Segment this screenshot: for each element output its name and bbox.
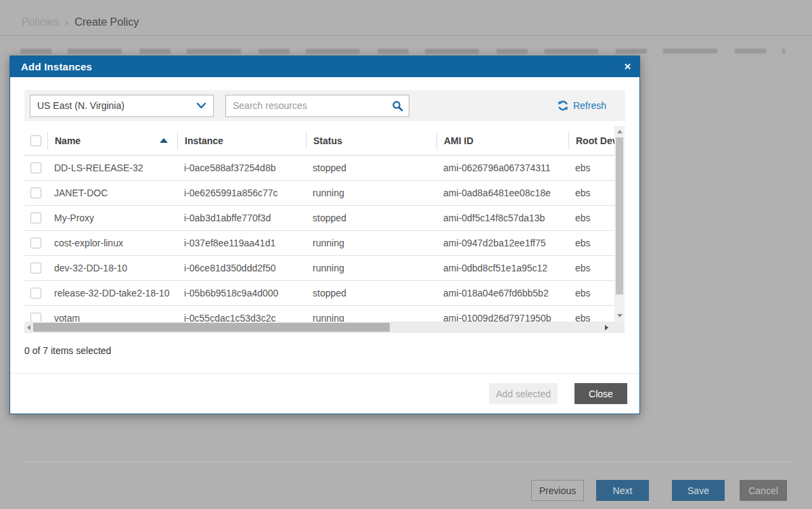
modal-body: US East (N. Virginia) Re	[10, 77, 639, 356]
scroll-right-icon[interactable]	[605, 325, 608, 330]
next-button[interactable]: Next	[596, 480, 649, 501]
search-input[interactable]	[233, 100, 392, 111]
table-row[interactable]: dev-32-DD-18-10 i-06ce81d350ddd2f50 runn…	[24, 256, 614, 281]
page-footer-divider	[20, 462, 792, 462]
breadcrumb-separator-icon: ›	[65, 16, 68, 28]
cell-ami-id: ami-018a04e67fd6bb5b2	[436, 288, 568, 298]
row-checkbox[interactable]	[30, 187, 41, 198]
selection-summary: 0 of 7 items selected	[24, 345, 625, 356]
row-checkbox[interactable]	[30, 263, 41, 273]
save-button[interactable]: Save	[672, 480, 725, 501]
region-dropdown-value: US East (N. Virginia)	[37, 100, 125, 111]
table-row[interactable]: My-Proxy i-0ab3d1abffe770f3d stopped ami…	[24, 206, 614, 231]
vertical-scrollbar-thumb[interactable]	[616, 137, 623, 294]
horizontal-scrollbar-thumb[interactable]	[33, 323, 390, 332]
cell-root-device: ebs	[568, 162, 614, 173]
cell-status: running	[306, 313, 436, 322]
table-header-row: Name Instance Status AMI ID Root Dev	[24, 126, 614, 156]
cell-root-device: ebs	[568, 213, 614, 223]
table-row[interactable]: release-32-DD-take2-18-10 i-05b6b9518c9a…	[24, 281, 614, 306]
horizontal-scrollbar[interactable]	[24, 322, 625, 333]
cell-status: stopped	[306, 162, 436, 173]
cell-instance: i-0c55cdac1c53d3c2c	[177, 313, 306, 322]
cell-status: running	[306, 263, 436, 273]
row-checkbox[interactable]	[30, 162, 41, 173]
cell-instance: i-0ab3d1abffe770f3d	[177, 213, 306, 223]
cell-root-device: ebs	[568, 288, 614, 298]
scroll-down-icon[interactable]	[617, 314, 623, 317]
modal-header: Add Instances ✕	[10, 56, 639, 77]
cell-ami-id: ami-0dbd8cf51e1a95c12	[436, 263, 568, 273]
cell-instance: i-06ce81d350ddd2f50	[177, 263, 306, 273]
add-instances-modal: Add Instances ✕ US East (N. Virginia)	[9, 56, 640, 414]
cell-name: My-Proxy	[47, 213, 177, 223]
cell-name: cost-explor-linux	[47, 238, 177, 248]
cell-name: release-32-DD-take2-18-10	[47, 288, 177, 298]
cell-name: votam	[47, 313, 177, 322]
cell-root-device: ebs	[568, 238, 614, 248]
modal-toolbar: US East (N. Virginia) Re	[24, 90, 625, 121]
table-row[interactable]: votam i-0c55cdac1c53d3c2c running ami-01…	[24, 306, 614, 322]
refresh-icon	[558, 100, 568, 111]
search-icon[interactable]	[392, 100, 403, 112]
cell-status: stopped	[306, 213, 436, 223]
instances-table: Name Instance Status AMI ID Root Dev DD-…	[24, 126, 625, 333]
row-checkbox[interactable]	[30, 288, 41, 298]
cell-root-device: ebs	[568, 187, 614, 198]
scroll-left-icon[interactable]	[27, 325, 30, 330]
cell-root-device: ebs	[568, 313, 614, 322]
vertical-scrollbar[interactable]	[614, 126, 625, 322]
table-row[interactable]: cost-explor-linux i-037ef8ee119aa41d1 ru…	[24, 231, 614, 256]
refresh-label: Refresh	[573, 100, 606, 111]
cell-instance: i-037ef8ee119aa41d1	[177, 238, 306, 248]
close-button[interactable]: Close	[574, 383, 627, 404]
close-icon[interactable]: ✕	[624, 62, 631, 71]
breadcrumb-create-policy: Create Policy	[74, 16, 139, 28]
table-row[interactable]: DD-LS-RELEASE-32 i-0ace588af37254d8b sto…	[24, 156, 614, 181]
cell-root-device: ebs	[568, 263, 614, 273]
breadcrumb: Policies›Create Policy	[22, 16, 139, 28]
cell-name: DD-LS-RELEASE-32	[47, 162, 177, 173]
add-selected-button[interactable]: Add selected	[489, 383, 558, 404]
cell-ami-id: ami-0df5c14f8c57da13b	[436, 213, 568, 223]
scroll-up-icon[interactable]	[617, 130, 623, 133]
cell-status: running	[306, 187, 436, 198]
select-all-cell	[24, 132, 47, 150]
refresh-button[interactable]: Refresh	[558, 100, 606, 111]
sort-ascending-icon	[160, 138, 168, 143]
table-viewport: Name Instance Status AMI ID Root Dev DD-…	[24, 126, 614, 322]
column-header-ami-id[interactable]: AMI ID	[436, 132, 568, 150]
dimmed-background-text	[20, 49, 785, 53]
table-row[interactable]: JANET-DOC i-0e6265991a856c77c running am…	[24, 181, 614, 206]
cell-name: dev-32-DD-18-10	[47, 263, 177, 273]
breadcrumb-policies[interactable]: Policies	[22, 16, 59, 28]
cell-ami-id: ami-01009d26d7971950b	[436, 313, 568, 322]
row-checkbox[interactable]	[30, 313, 41, 322]
cell-instance: i-05b6b9518c9a4d000	[177, 288, 306, 298]
modal-title: Add Instances	[21, 61, 92, 72]
row-checkbox[interactable]	[30, 213, 41, 223]
select-all-checkbox[interactable]	[30, 135, 41, 146]
cell-status: stopped	[306, 288, 436, 298]
cell-ami-id: ami-0947d2ba12ee1ff75	[436, 238, 568, 248]
cancel-button[interactable]: Cancel	[740, 480, 787, 501]
cell-instance: i-0e6265991a856c77c	[177, 187, 306, 198]
chevron-down-icon	[196, 102, 206, 109]
previous-button[interactable]: Previous	[531, 480, 584, 501]
column-header-name[interactable]: Name	[47, 132, 177, 150]
search-box	[225, 95, 409, 117]
row-checkbox[interactable]	[30, 238, 41, 248]
column-header-instance[interactable]: Instance	[177, 132, 306, 150]
region-dropdown[interactable]: US East (N. Virginia)	[30, 95, 214, 117]
modal-footer: Add selected Close	[10, 373, 639, 414]
cell-ami-id: ami-0626796a067374311	[436, 162, 568, 173]
cell-ami-id: ami-0ad8a6481ee08c18e	[436, 187, 568, 198]
top-bar: Policies›Create Policy	[0, 0, 812, 36]
column-header-root-device[interactable]: Root Dev	[568, 132, 614, 150]
column-header-status[interactable]: Status	[306, 132, 436, 150]
cell-status: running	[306, 238, 436, 248]
cell-instance: i-0ace588af37254d8b	[177, 162, 306, 173]
cell-name: JANET-DOC	[47, 187, 177, 198]
